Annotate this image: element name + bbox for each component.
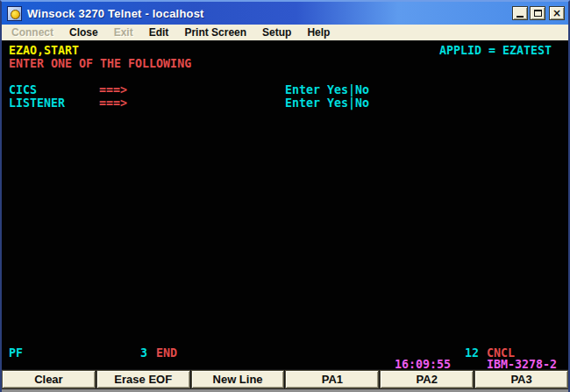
menu-print-screen[interactable]: Print Screen — [176, 25, 254, 40]
close-icon: × — [552, 8, 561, 18]
menu-help[interactable]: Help — [299, 25, 338, 40]
terminal-instruction-text: ENTER ONE OF THE FOLLOWING — [9, 57, 191, 70]
listener-field-label: LISTENER — [9, 96, 65, 110]
globe-icon — [7, 6, 22, 21]
keypad-bar: Clear Erase EOF New Line PA1 PA2 PA3 — [2, 369, 568, 388]
title-bar[interactable]: Winsock 3270 Telnet - localhost × — [2, 2, 568, 25]
maximize-icon — [534, 10, 542, 17]
erase-eof-button[interactable]: Erase EOF — [96, 370, 190, 388]
minimize-icon — [517, 16, 524, 18]
cics-input-arrow[interactable]: ===> — [99, 83, 127, 96]
pa2-button[interactable]: PA2 — [380, 370, 474, 388]
new-line-button[interactable]: New Line — [191, 370, 285, 388]
pf12-number: 12 — [465, 346, 479, 360]
menu-connect: Connect — [4, 25, 61, 40]
cics-field-label: CICS — [9, 83, 37, 96]
menu-setup[interactable]: Setup — [254, 25, 299, 40]
listener-input-arrow[interactable]: ===> — [99, 96, 127, 110]
window-bottom-border — [2, 388, 568, 392]
pa3-button[interactable]: PA3 — [474, 370, 568, 388]
minimize-button[interactable] — [512, 6, 528, 20]
pf3-label: END — [156, 346, 177, 360]
terminal-applid-text: APPLID = EZATEST — [439, 44, 552, 57]
menu-close[interactable]: Close — [61, 25, 106, 40]
close-button[interactable]: × — [549, 6, 565, 20]
window-title: Winsock 3270 Telnet - localhost — [27, 7, 204, 20]
status-terminal-type: IBM-3278-2 — [487, 358, 557, 371]
pf-prefix-text: PF — [9, 346, 23, 360]
menu-bar: Connect Close Exit Edit Print Screen Set… — [2, 25, 568, 41]
pa1-button[interactable]: PA1 — [285, 370, 379, 388]
clear-button[interactable]: Clear — [2, 370, 96, 388]
menu-edit[interactable]: Edit — [141, 25, 177, 40]
maximize-button[interactable] — [530, 6, 545, 20]
menu-exit: Exit — [106, 25, 141, 40]
terminal-screen[interactable]: EZAO,START APPLID = EZATEST ENTER ONE OF… — [2, 41, 568, 369]
terminal-command-text: EZAO,START — [9, 44, 79, 57]
status-time: 16:09:55 — [395, 358, 451, 371]
listener-input-hint: Enter Yes|No — [285, 96, 369, 110]
window-controls: × — [512, 6, 565, 20]
cics-input-hint: Enter Yes|No — [285, 83, 369, 96]
pf3-number: 3 — [140, 346, 147, 360]
telnet-window: Winsock 3270 Telnet - localhost × Connec… — [0, 0, 570, 392]
